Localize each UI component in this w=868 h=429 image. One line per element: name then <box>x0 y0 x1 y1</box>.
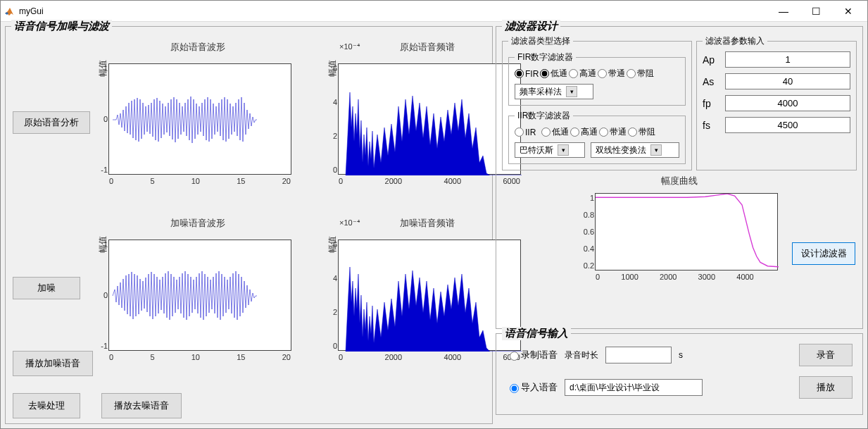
orig-wave-xticks: 05101520 <box>109 177 291 185</box>
filter-type-legend: 滤波器类型选择 <box>508 35 573 47</box>
orig-spec-xticks: 0200040006000 <box>339 177 520 185</box>
chevron-down-icon: ▾ <box>566 86 577 97</box>
noisy-spec-xticks: 0200040006000 <box>339 353 520 361</box>
iir-radio[interactable]: IIR <box>515 128 536 137</box>
iir-bandstop-radio[interactable]: 带阻 <box>628 126 655 138</box>
noisy-spec-plot: 6420 0200040006000 <box>338 240 521 351</box>
titlebar: myGui — ☐ ✕ <box>1 1 867 22</box>
play-noisy-button[interactable]: 播放加噪语音 <box>13 351 93 376</box>
play-button[interactable]: 播放 <box>799 376 853 399</box>
design-filter-button[interactable]: 设计滤波器 <box>792 242 855 265</box>
ap-input[interactable] <box>725 51 850 68</box>
filter-params-fieldset: 滤波器参数输入 Ap As fp fs <box>696 35 857 170</box>
chevron-down-icon: ▾ <box>558 144 569 156</box>
analyze-button[interactable]: 原始语音分析 <box>13 111 90 134</box>
mag-xticks: 01000200030004000 <box>596 273 777 281</box>
record-row: 录制语音 录音时长 s 录音 <box>502 344 857 366</box>
denoise-button[interactable]: 去噪处理 <box>13 393 80 418</box>
filter-top-row: 滤波器类型选择 FIR数字滤波器 FIR 低通 高通 带通 带阻 <box>502 35 857 170</box>
iir-bp-label: 带通 <box>610 126 627 138</box>
duration-unit: s <box>679 350 683 360</box>
iir-bs-label: 带阻 <box>639 126 655 138</box>
noisy-wave-xticks: 05101520 <box>109 353 291 361</box>
orig-spec-plot: 6420 0200040006000 <box>338 63 521 175</box>
noisy-wave-cell: 加噪语音波形 幅值 10-1 05101520 t(s) <box>97 217 298 380</box>
iir-legend: IIR数字滤波器 <box>515 110 573 122</box>
path-input[interactable] <box>565 379 703 396</box>
minimize-button[interactable]: — <box>767 1 800 22</box>
record-button[interactable]: 录音 <box>799 344 853 366</box>
noisy-spec-exp: ×10⁻⁴ <box>339 218 360 228</box>
noisy-spec-title-text: 加噪语音频谱 <box>400 218 455 228</box>
fir-bandpass-radio[interactable]: 带通 <box>598 68 625 80</box>
iir-highpass-radio[interactable]: 高通 <box>570 126 598 138</box>
close-button[interactable]: ✕ <box>832 1 864 22</box>
input-panel-title: 语音信号输入 <box>502 327 571 340</box>
duration-input[interactable] <box>605 347 672 363</box>
fp-label: fp <box>703 98 725 109</box>
iir-proto-value: 巴特沃斯 <box>520 144 553 156</box>
fir-radio-label: FIR <box>525 69 539 79</box>
fir-method-select[interactable]: 频率采样法 ▾ <box>515 84 593 99</box>
iir-hp-label: 高通 <box>581 126 598 138</box>
chevron-down-icon: ▾ <box>650 144 662 156</box>
duration-label: 录音时长 <box>565 349 598 361</box>
fir-bp-label: 带通 <box>608 68 625 80</box>
noisy-wave-yticks: 10-1 <box>89 240 108 350</box>
play-denoised-button[interactable]: 播放去噪语音 <box>101 393 182 418</box>
orig-spec-yticks: 6420 <box>319 64 337 174</box>
filter-params-legend: 滤波器参数输入 <box>703 35 767 47</box>
iir-radio-label: IIR <box>525 128 536 137</box>
import-radio-label: 导入语音 <box>521 381 558 394</box>
fs-label: fs <box>703 120 725 131</box>
record-radio-label: 录制语音 <box>521 349 558 361</box>
mag-plot: 10.80.60.40.2 01000200030004000 <box>595 193 778 271</box>
fir-lowpass-radio[interactable]: 低通 <box>540 68 567 80</box>
as-input[interactable] <box>725 73 850 89</box>
input-panel: 语音信号输入 录制语音 录音时长 s 录音 导入语音 播放 <box>496 333 863 415</box>
orig-wave-cell: 原始语音波形 幅值 10-1 05101520 t(s) <box>97 41 298 204</box>
fs-input[interactable] <box>725 117 850 133</box>
fir-hp-label: 高通 <box>579 68 596 80</box>
filter-panel-title: 滤波器设计 <box>502 20 560 33</box>
iir-bandpass-radio[interactable]: 带通 <box>599 126 627 138</box>
iir-trans-select[interactable]: 双线性变换法 ▾ <box>591 142 679 158</box>
fp-input[interactable] <box>725 95 850 111</box>
iir-radio-row: IIR 低通 高通 带通 带阻 <box>515 126 679 138</box>
record-radio[interactable]: 录制语音 <box>506 349 558 361</box>
chart-grid: 原始语音波形 幅值 10-1 05101520 t(s) <box>97 41 528 380</box>
add-noise-button[interactable]: 加噪 <box>13 277 80 299</box>
playnoisy-btn-wrap: 播放加噪语音 <box>13 351 93 376</box>
ap-label: Ap <box>703 54 725 66</box>
noisy-spec-yticks: 6420 <box>319 240 337 350</box>
filter-type-fieldset: 滤波器类型选择 FIR数字滤波器 FIR 低通 高通 带通 带阻 <box>502 35 692 170</box>
window-title: myGui <box>19 6 767 16</box>
iir-lowpass-radio[interactable]: 低通 <box>541 126 569 138</box>
app-window: myGui — ☐ ✕ 语音信号加噪与滤波 原始语音分析 加噪 播放加噪语音 去… <box>0 0 868 429</box>
import-row: 导入语音 播放 <box>502 376 857 399</box>
maximize-button[interactable]: ☐ <box>800 1 832 22</box>
orig-spec-title-text: 原始语音频谱 <box>400 42 455 52</box>
fir-bandstop-radio[interactable]: 带阻 <box>627 68 654 80</box>
iir-proto-select[interactable]: 巴特沃斯 ▾ <box>515 142 585 158</box>
fir-radio-row: FIR 低通 高通 带通 带阻 <box>515 68 679 80</box>
filter-design-panel: 滤波器设计 滤波器类型选择 FIR数字滤波器 FIR 低通 高通 带通 带阻 <box>496 26 863 329</box>
orig-spec-exp: ×10⁻⁴ <box>339 42 360 51</box>
fir-radio[interactable]: FIR <box>515 69 539 79</box>
import-radio[interactable]: 导入语音 <box>506 381 558 394</box>
orig-wave-plot: 10-1 05101520 <box>108 63 291 175</box>
noisy-wave-title: 加噪语音波形 <box>97 217 298 230</box>
fir-fieldset: FIR数字滤波器 FIR 低通 高通 带通 带阻 频率采样法 ▾ <box>508 51 686 106</box>
right-column: 滤波器设计 滤波器类型选择 FIR数字滤波器 FIR 低通 高通 带通 带阻 <box>496 26 863 424</box>
fir-highpass-radio[interactable]: 高通 <box>569 68 596 80</box>
fir-lp-label: 低通 <box>551 68 567 80</box>
fir-legend: FIR数字滤波器 <box>515 51 576 63</box>
mag-chart-area: 10.80.60.40.2 01000200030004000 <box>574 193 785 271</box>
orig-wave-yticks: 10-1 <box>89 64 108 174</box>
signal-panel-title: 语音信号加噪与滤波 <box>11 20 112 33</box>
mag-title: 幅度曲线 <box>502 175 857 187</box>
bottom-btns: 去噪处理 播放去噪语音 <box>13 393 182 418</box>
as-label: As <box>703 76 725 87</box>
fir-bs-label: 带阻 <box>637 68 654 80</box>
orig-wave-title: 原始语音波形 <box>97 41 298 54</box>
